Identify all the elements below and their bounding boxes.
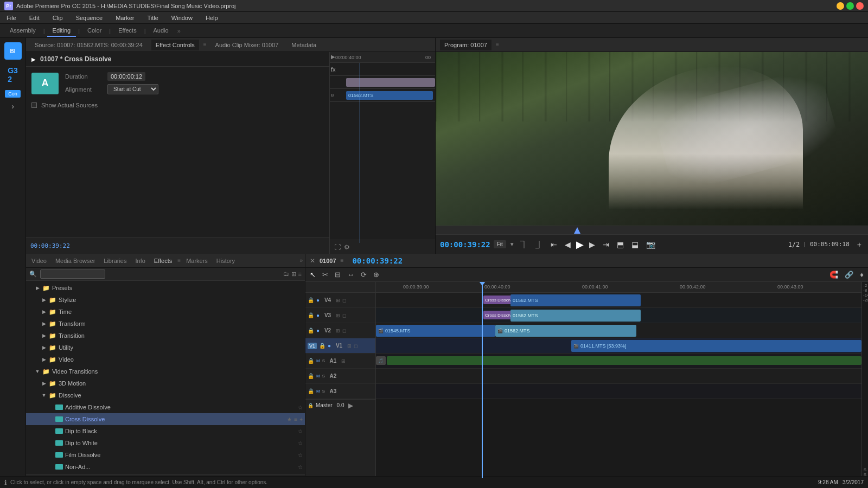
tab-source[interactable]: Source: 01007: 01562.MTS: 00:00:39:24 <box>30 40 147 50</box>
alignment-dropdown[interactable]: Start at Cut Center at Cut End at Cut <box>107 84 158 94</box>
sidebar-arrow-btn[interactable]: › <box>11 102 14 111</box>
tl-v2-clip2[interactable]: 🎬 01562.MTS <box>495 325 636 337</box>
pm-go-out-btn[interactable]: ⇥ <box>601 239 611 250</box>
tl-master-lock[interactable]: 🔒 <box>308 403 314 408</box>
pm-go-in-btn[interactable]: ⇤ <box>548 239 559 250</box>
tl-v1-eye[interactable]: ● <box>328 343 331 349</box>
tab-libraries[interactable]: Libraries <box>100 255 130 266</box>
pm-zoom-select[interactable]: Fit <box>494 240 506 248</box>
tree-item-utility[interactable]: ▶ 📁 Utility <box>26 342 305 354</box>
tl-v1-clip[interactable]: ◻ <box>354 343 358 349</box>
pm-scrubber[interactable] <box>436 226 868 234</box>
tl-a3-lock[interactable]: 🔒 <box>308 388 314 394</box>
minimize-button[interactable] <box>837 2 844 10</box>
tl-a1-sync[interactable]: ⊞ <box>341 358 346 364</box>
tl-v3-clip[interactable]: 01562.MTS <box>510 310 641 322</box>
pm-step-fwd-btn[interactable]: ▶ <box>587 239 597 250</box>
pm-menu-icon[interactable]: ≡ <box>496 42 499 48</box>
tl-a1-eye[interactable]: M <box>316 358 320 363</box>
ad-star-icon[interactable]: ☆ <box>298 404 303 410</box>
sidebar-con-btn[interactable]: Con <box>5 90 21 98</box>
close-button[interactable] <box>856 2 864 10</box>
dw-star-icon[interactable]: ☆ <box>298 440 303 446</box>
fd-star-icon[interactable]: ☆ <box>298 452 303 458</box>
tl-a2-solo[interactable]: S <box>322 374 325 378</box>
menu-file[interactable]: File <box>4 14 18 22</box>
tl-a3-eye[interactable]: M <box>316 389 320 394</box>
tl-v4-clip[interactable]: ◻ <box>342 298 346 303</box>
ep-list-btn[interactable]: ≡ <box>298 271 302 278</box>
ep-new-bin-btn[interactable]: 🗂 <box>283 271 289 278</box>
na-star-icon[interactable]: ☆ <box>298 464 303 470</box>
cd-add-icon[interactable]: + <box>299 416 303 422</box>
tree-item-time[interactable]: ▶ 📁 Time <box>26 306 305 318</box>
tree-item-transform[interactable]: ▶ 📁 Transform <box>26 318 305 330</box>
tl-v3-lock[interactable]: 🔒 <box>308 312 314 318</box>
tl-ripple-tool[interactable]: ⊟ <box>333 269 343 280</box>
tl-v2-clip1[interactable]: 🎬 01545.MTS <box>376 325 495 337</box>
ec-play-btn[interactable]: ▶ <box>31 56 36 62</box>
tl-select-tool[interactable]: ↖ <box>308 269 318 280</box>
tree-item-additive-dissolve[interactable]: Additive Dissolve ☆ <box>26 401 305 413</box>
tab-effect-controls[interactable]: Effect Controls <box>151 40 199 50</box>
ec-bottom-settings-btn[interactable]: ⚙ <box>344 243 350 251</box>
tree-item-stylize[interactable]: ▶ 📁 Stylize <box>26 294 305 306</box>
tab-audio[interactable]: Audio <box>148 25 174 37</box>
tab-markers[interactable]: Markers <box>183 255 211 266</box>
pm-add-btn[interactable]: + <box>855 239 864 250</box>
tl-v1-clip[interactable]: 🎬 01411.MTS [53:93%] <box>571 340 861 352</box>
tl-v2-clip[interactable]: ◻ <box>342 328 346 333</box>
sidebar-blog-btn[interactable]: Bl <box>4 42 22 60</box>
tl-v4-sync[interactable]: ⊞ <box>336 298 340 303</box>
tl-a1-lock[interactable]: 🔒 <box>308 358 314 364</box>
tl-markers-btn[interactable]: ♦ <box>858 269 866 280</box>
db-star-icon[interactable]: ☆ <box>298 428 303 434</box>
tl-v3-sync[interactable]: ⊞ <box>336 313 340 318</box>
tl-v3-eye[interactable]: ● <box>316 312 320 318</box>
menu-marker[interactable]: Marker <box>113 14 136 22</box>
tab-effects-menu[interactable]: ≡ <box>177 258 181 264</box>
tl-rate-tool[interactable]: ⟳ <box>359 269 369 280</box>
ec-bottom-expand-btn[interactable]: ⛶ <box>334 243 341 251</box>
tab-color[interactable]: Color <box>82 25 107 37</box>
more-workspaces-btn[interactable]: » <box>177 28 181 34</box>
tl-v2-sync[interactable]: ⊞ <box>336 328 340 333</box>
tab-editing[interactable]: Editing <box>47 25 76 37</box>
panel-menu-icon[interactable]: ≡ <box>203 42 207 48</box>
menu-help[interactable]: Help <box>203 14 220 22</box>
menu-title[interactable]: Title <box>145 14 160 22</box>
cd-star-icon[interactable]: ★ <box>287 416 292 422</box>
ep-search-input[interactable] <box>40 269 105 279</box>
tree-item-presets[interactable]: ▶ 📁 Presets <box>26 282 305 294</box>
tl-v4-lock[interactable]: 🔒 <box>308 297 314 303</box>
pm-overwrite-btn[interactable]: ⬓ <box>629 239 641 250</box>
pm-mark-in-btn[interactable]: ⏋ <box>518 239 530 250</box>
menu-sequence[interactable]: Sequence <box>74 14 105 22</box>
tree-item-dissolve[interactable]: ▼ 📁 Dissolve <box>26 389 305 401</box>
tree-item-cross-dissolve[interactable]: Cross Dissolve ★ ≡ + <box>26 413 305 425</box>
tl-link-btn[interactable]: 🔗 <box>843 269 856 280</box>
tab-assembly[interactable]: Assembly <box>4 25 41 37</box>
tl-a3-solo[interactable]: S <box>322 389 325 394</box>
tab-audio-mixer[interactable]: Audio Clip Mixer: 01007 <box>211 40 283 50</box>
show-actual-sources-checkbox[interactable] <box>31 102 37 108</box>
tl-right-scrollbar[interactable]: -2 -8 -14 -20 S S <box>861 282 868 478</box>
tab-effects-panel[interactable]: Effects <box>151 255 175 266</box>
tl-v2-eye[interactable]: ● <box>316 328 320 333</box>
tl-roll-tool[interactable]: ↔ <box>345 269 356 280</box>
pm-step-back-btn[interactable]: ◀ <box>563 239 573 250</box>
maximize-button[interactable] <box>846 2 854 10</box>
tab-info[interactable]: Info <box>132 255 148 266</box>
pm-insert-btn[interactable]: ⬒ <box>615 239 626 250</box>
tl-v2-lock[interactable]: 🔒 <box>308 328 314 333</box>
tl-v4-eye[interactable]: ● <box>316 297 320 303</box>
tl-razor-tool[interactable]: ✂ <box>320 269 330 280</box>
tree-item-video[interactable]: ▶ 📁 Video <box>26 354 305 365</box>
duration-value[interactable]: 00:00:00:12 <box>107 72 145 81</box>
ep-grid-btn[interactable]: ⊞ <box>291 271 296 278</box>
tab-video[interactable]: Video <box>28 255 50 266</box>
pm-export-frame-btn[interactable]: 📷 <box>644 239 658 250</box>
tl-master-play-btn[interactable]: ▶ <box>348 402 353 409</box>
ep-expand-btn[interactable]: » <box>299 258 303 264</box>
tl-a1-solo[interactable]: S <box>322 358 325 363</box>
